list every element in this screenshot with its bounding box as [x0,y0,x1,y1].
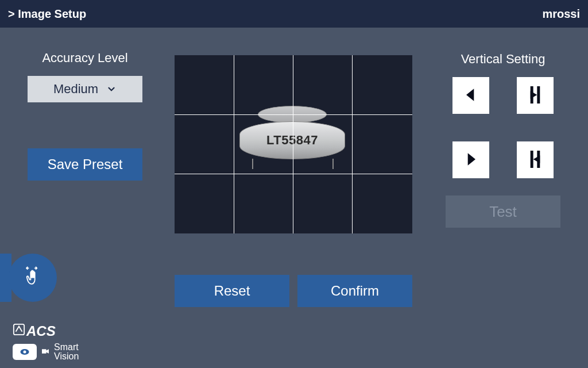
grid-line [352,55,353,233]
grid-line [175,174,412,174]
accuracy-level-label: Accuracy Level [28,51,142,66]
step-left-icon [524,83,547,108]
step-right-button[interactable] [517,141,554,178]
svg-rect-1 [537,86,540,103]
smart-vision-text: Smart Vision [54,343,79,361]
save-preset-button[interactable]: Save Preset [28,148,142,181]
arrow-left-button[interactable] [452,77,489,114]
dropdown-value: Medium [53,82,98,97]
step-right-icon [524,148,547,172]
svg-rect-2 [531,151,533,168]
smart-vision-logo: Smart Vision [13,343,79,361]
left-panel: Accuracy Level Medium Save Preset [28,51,142,181]
grid-line [234,55,234,233]
acs-logo-text: ACS [26,323,56,339]
component-body: LT55847 [239,121,345,159]
confirm-button[interactable]: Confirm [297,275,412,307]
branding-area: ACS Smart Vision [13,323,79,361]
accuracy-level-dropdown[interactable]: Medium [28,76,142,102]
component-image: LT55847 [235,101,350,176]
component-leads [246,159,338,170]
reset-button[interactable]: Reset [175,275,289,307]
vertical-button-grid [446,77,560,178]
arrow-left-icon [462,86,480,106]
app-header: > Image Setup mrossi [0,0,588,28]
svg-point-6 [24,351,26,354]
grid-line [175,114,412,115]
right-panel: Vertical Setting [446,52,560,228]
eye-badge-icon [13,344,37,360]
step-left-button[interactable] [517,77,554,114]
username-display: mrossi [542,7,580,21]
image-preview[interactable]: LT55847 [175,55,412,233]
acs-logo: ACS [13,323,79,339]
grid-line [293,55,293,233]
acs-logo-icon [13,323,25,339]
touch-mode-fab[interactable] [9,254,57,302]
arrow-right-button[interactable] [452,141,489,178]
chevron-down-icon [106,84,117,94]
test-button[interactable]: Test [446,195,560,228]
camera-icon [40,346,51,358]
arrow-right-icon [462,150,480,170]
vertical-setting-label: Vertical Setting [446,52,560,67]
content-area: Accuracy Level Medium Save Preset LT5584… [0,28,588,368]
touch-hand-icon [20,264,45,292]
page-title: > Image Setup [8,7,86,21]
component-label-text: LT55847 [266,133,318,148]
bottom-button-row: Reset Confirm [175,275,412,307]
